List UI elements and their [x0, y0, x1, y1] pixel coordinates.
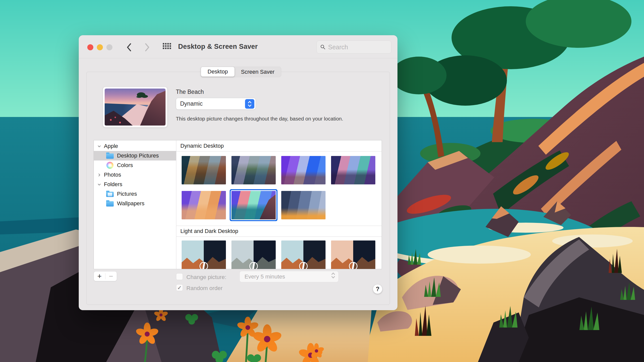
light-dark-toggle-icon [299, 262, 308, 269]
help-button[interactable]: ? [373, 284, 382, 294]
wallpaper-description: This desktop picture changes throughout … [176, 116, 343, 122]
folder-icon [106, 153, 114, 159]
dynamic-thumbnail-2[interactable] [231, 156, 276, 184]
section-header-light-dark: Light and Dark Desktop [176, 226, 382, 237]
dynamic-thumbnail-5[interactable] [182, 191, 226, 219]
sidebar-label: Colors [117, 162, 133, 169]
chevron-right-icon[interactable] [97, 173, 101, 177]
show-all-grid-icon[interactable] [163, 43, 171, 51]
light-dark-thumbnail-3[interactable] [281, 240, 326, 269]
remove-folder-button[interactable]: − [105, 272, 117, 281]
tab-desktop[interactable]: Desktop [201, 67, 235, 77]
dynamic-thumbnail-4[interactable] [331, 156, 375, 184]
light-dark-toggle-icon [349, 262, 357, 269]
source-and-gallery-box: Apple Desktop Pictures Colors Photos [94, 140, 382, 269]
source-sidebar: Apple Desktop Pictures Colors Photos [94, 140, 176, 269]
dynamic-thumbnail-3[interactable] [281, 156, 326, 184]
sidebar-group-folders[interactable]: Folders [94, 180, 176, 189]
section-header-dynamic: Dynamic Desktop [176, 140, 382, 151]
color-wheel-icon [106, 162, 113, 169]
sidebar-group-apple[interactable]: Apple [94, 141, 176, 151]
sidebar-label: Desktop Pictures [117, 152, 159, 159]
light-dark-toggle-icon [249, 262, 258, 269]
dropdown-stepper-icon [245, 99, 254, 109]
chevron-down-icon[interactable] [97, 182, 101, 187]
sidebar-label: Photos [104, 172, 121, 178]
search-icon [320, 44, 326, 50]
wallpaper-name: The Beach [176, 89, 204, 95]
add-folder-button[interactable]: + [94, 272, 105, 281]
sidebar-label: Wallpapers [117, 200, 144, 207]
beach-preview-image [105, 89, 166, 126]
light-dark-toggle-icon [199, 262, 208, 269]
settings-window: Desktop & Screen Saver Desktop Screen Sa… [79, 35, 397, 310]
search-field[interactable] [316, 41, 391, 54]
minimize-button[interactable] [97, 44, 103, 50]
interval-dropdown[interactable]: Every 5 minutes [239, 271, 339, 282]
current-wallpaper-preview [103, 87, 168, 128]
random-order-checkbox[interactable] [176, 284, 183, 291]
back-button[interactable] [124, 42, 134, 52]
dynamic-thumbnail-7[interactable] [281, 191, 326, 219]
window-title: Desktop & Screen Saver [178, 43, 258, 51]
sidebar-group-photos[interactable]: Photos [94, 170, 176, 180]
dynamic-thumbnail-the-beach-selected[interactable] [231, 191, 276, 219]
add-remove-control: + − [94, 271, 117, 281]
random-order-label: Random order [186, 285, 223, 292]
pictures-folder-icon [106, 192, 114, 197]
sidebar-label: Pictures [117, 191, 137, 197]
mode-dropdown-value: Dynamic [176, 100, 203, 107]
close-button[interactable] [87, 44, 93, 50]
sidebar-item-colors[interactable]: Colors [94, 160, 176, 170]
titlebar: Desktop & Screen Saver [79, 35, 397, 58]
forward-button[interactable] [142, 42, 152, 52]
desktop: Desktop & Screen Saver Desktop Screen Sa… [0, 0, 644, 362]
chevron-down-icon[interactable] [97, 144, 101, 148]
change-picture-checkbox[interactable] [176, 273, 183, 280]
chevron-right-icon [144, 43, 150, 52]
mode-dropdown[interactable]: Dynamic [176, 98, 256, 110]
sidebar-label: Folders [104, 181, 122, 188]
light-dark-thumbnail-4[interactable] [331, 240, 375, 269]
sidebar-label: Apple [104, 143, 118, 149]
sidebar-item-pictures[interactable]: Pictures [94, 189, 176, 199]
dropdown-stepper-disabled-icon [331, 272, 335, 278]
tab-bar: Desktop Screen Saver [201, 67, 281, 77]
sidebar-item-desktop-pictures[interactable]: Desktop Pictures [94, 151, 176, 160]
light-dark-thumbnail-2[interactable] [231, 240, 276, 269]
change-picture-label: Change picture: [186, 274, 226, 280]
preview-tree-shape [137, 92, 145, 97]
dynamic-thumbnail-1[interactable] [182, 156, 226, 184]
light-dark-thumbnail-1[interactable] [182, 240, 226, 269]
folder-icon [106, 201, 114, 207]
chevron-left-icon [126, 43, 132, 52]
wallpaper-gallery: Dynamic Desktop Light and Dark Desktop [176, 140, 382, 269]
tab-screen-saver[interactable]: Screen Saver [234, 67, 281, 77]
search-input[interactable] [328, 44, 388, 51]
zoom-button[interactable] [106, 44, 112, 50]
interval-dropdown-value: Every 5 minutes [240, 273, 285, 280]
sidebar-item-wallpapers[interactable]: Wallpapers [94, 199, 176, 208]
